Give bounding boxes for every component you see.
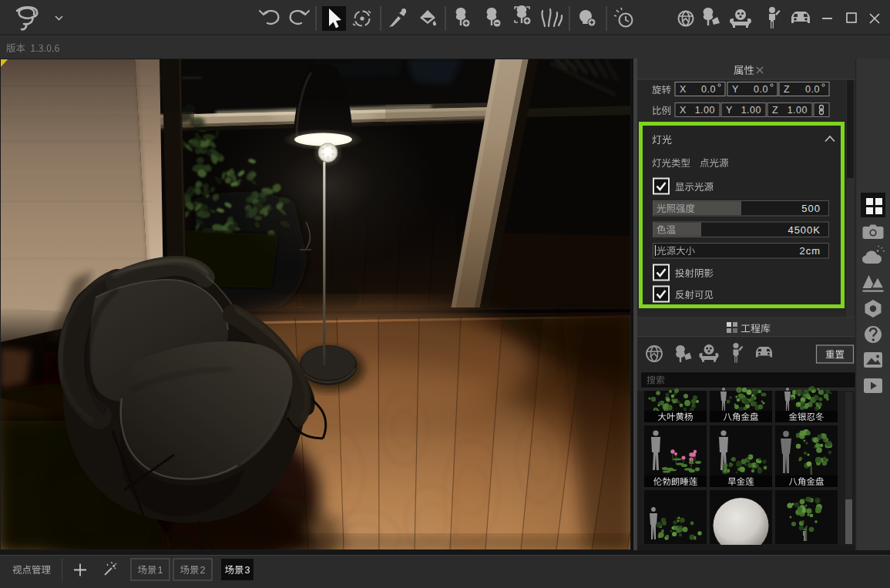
svg-text:1.00: 1.00 <box>788 105 808 116</box>
svg-text:X: X <box>680 105 687 116</box>
svg-text:Z: Z <box>784 84 790 95</box>
svg-text:0.0: 0.0 <box>805 84 820 95</box>
svg-text:2: 2 <box>200 565 206 576</box>
svg-text:1.00: 1.00 <box>741 105 761 116</box>
svg-text:1.00: 1.00 <box>695 105 715 116</box>
svg-text:4500K: 4500K <box>788 224 821 236</box>
svg-text:0.0: 0.0 <box>754 84 768 95</box>
svg-text:Y: Y <box>732 84 739 95</box>
svg-text:3: 3 <box>245 565 250 576</box>
svg-text:Y: Y <box>726 105 733 116</box>
svg-text:Z: Z <box>772 105 778 116</box>
svg-text:X: X <box>680 84 687 95</box>
svg-text:2cm: 2cm <box>799 245 821 257</box>
svg-text:0.0: 0.0 <box>701 84 716 95</box>
svg-text:500: 500 <box>801 203 821 214</box>
svg-text:1: 1 <box>158 565 163 576</box>
